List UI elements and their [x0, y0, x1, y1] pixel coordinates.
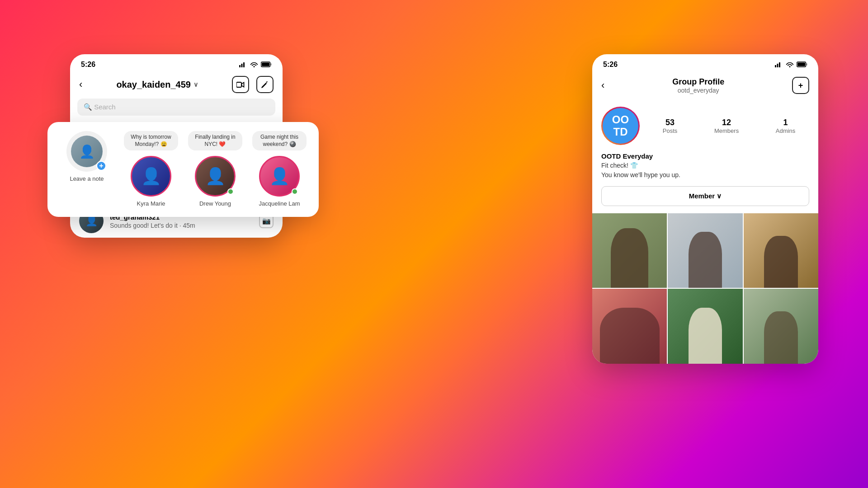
story-note-jaq: Game night this weekend? 🎱 — [252, 131, 307, 150]
back-button-right[interactable]: ‹ — [601, 80, 604, 91]
status-icons-left — [239, 61, 272, 69]
back-button-left[interactable]: ‹ — [79, 79, 82, 90]
svg-rect-9 — [779, 62, 780, 67]
group-nav: ‹ Group Profile ootd_everyday + — [592, 72, 818, 99]
stat-admins: 1 Admins — [776, 118, 795, 134]
svg-rect-1 — [241, 64, 243, 67]
photo-cell-5[interactable] — [668, 289, 742, 363]
bio-line-2: You know we'll hype you up. — [601, 171, 680, 178]
battery-icon-right — [797, 61, 807, 69]
svg-rect-5 — [271, 63, 272, 66]
story-label-jaq: Jacqueline Lam — [259, 200, 300, 207]
posts-count: 53 — [663, 118, 678, 127]
bio-line-1: Fit check! 👕 — [601, 162, 638, 169]
posts-label: Posts — [663, 127, 678, 134]
photo-cell-2[interactable] — [668, 213, 742, 288]
stat-posts: 53 Posts — [663, 118, 678, 134]
stories-row: 👤 + Leave a note Why is tomorrow Monday!… — [58, 131, 308, 207]
online-dot-jaq — [292, 188, 298, 195]
battery-icon — [261, 61, 272, 69]
group-name: OOTD Everyday — [601, 152, 809, 160]
photo-cell-1[interactable] — [592, 213, 667, 288]
story-item-drew[interactable]: Finally landing in NYC! ❤️ 👤 Drew Young — [187, 131, 244, 207]
svg-rect-2 — [243, 62, 245, 67]
photo-cell-3[interactable] — [744, 213, 818, 288]
photo-cell-4[interactable] — [592, 289, 667, 363]
story-note-kyra: Why is tomorrow Monday!? 😩 — [124, 131, 178, 150]
add-note-plus-icon: + — [96, 161, 106, 171]
search-placeholder: Search — [94, 103, 116, 111]
story-avatar-wrapper-jaq: 👤 — [259, 156, 300, 197]
group-profile-subtitle: ootd_everyday — [672, 87, 724, 94]
signal-icon — [239, 61, 247, 69]
group-avatar: OO TD — [601, 107, 640, 145]
nav-title-left: okay_kaiden_459 ∨ — [116, 80, 198, 90]
group-avatar-inner: OO TD — [603, 108, 638, 144]
message-preview-3: Sounds good! Let's do it · 45m — [110, 222, 253, 229]
story-item-jaq[interactable]: Game night this weekend? 🎱 👤 Jacqueline … — [251, 131, 308, 207]
video-call-button[interactable] — [232, 76, 249, 93]
time-right: 5:26 — [603, 61, 618, 69]
story-avatar-kyra: 👤 — [131, 156, 171, 197]
member-button[interactable]: Member ∨ — [601, 186, 809, 206]
members-label: Members — [714, 127, 739, 134]
search-bar[interactable]: 🔍 Search — [77, 99, 275, 116]
story-label-kyra: Kyra Marie — [137, 200, 165, 207]
photo-cell-6[interactable] — [744, 289, 818, 363]
svg-rect-0 — [239, 65, 241, 67]
svg-rect-11 — [797, 62, 805, 66]
story-item-kyra[interactable]: Why is tomorrow Monday!? 😩 👤 Kyra Marie — [123, 131, 179, 207]
svg-rect-12 — [807, 63, 807, 66]
group-profile-title: Group Profile — [672, 77, 724, 87]
group-profile-section: OO TD 53 Posts 12 Members 1 Admins — [592, 99, 818, 152]
members-count: 12 — [714, 118, 739, 127]
story-item-me[interactable]: 👤 + Leave a note — [58, 131, 115, 182]
stories-popup: 👤 + Leave a note Why is tomorrow Monday!… — [47, 122, 319, 217]
photo-grid — [592, 213, 818, 364]
svg-rect-4 — [262, 62, 269, 66]
wifi-icon — [250, 61, 258, 69]
admins-count: 1 — [776, 118, 795, 127]
story-avatar-wrapper-kyra: 👤 — [131, 156, 171, 197]
group-stats: 53 Posts 12 Members 1 Admins — [649, 118, 809, 134]
status-icons-right — [775, 61, 807, 69]
wifi-icon-right — [786, 61, 794, 69]
story-note-drew: Finally landing in NYC! ❤️ — [188, 131, 242, 150]
status-bar-right: 5:26 — [592, 54, 818, 72]
group-avatar-text: OO TD — [612, 114, 629, 138]
stat-members: 12 Members — [714, 118, 739, 134]
chevron-down-icon[interactable]: ∨ — [193, 81, 198, 88]
svg-rect-6 — [236, 82, 241, 87]
nav-icons-left — [232, 76, 274, 93]
plus-icon: + — [798, 81, 803, 90]
add-to-group-button[interactable]: + — [792, 77, 809, 94]
add-note-avatar: 👤 + — [66, 131, 107, 172]
nav-bar-left: ‹ okay_kaiden_459 ∨ — [70, 72, 283, 99]
right-phone: 5:26 ‹ Group Profile ootd_everyday + OO — [592, 54, 818, 364]
admins-label: Admins — [776, 127, 795, 134]
member-button-label: Member ∨ — [689, 192, 722, 200]
group-bio-text: Fit check! 👕 You know we'll hype you up. — [601, 161, 809, 180]
story-avatar-wrapper-drew: 👤 — [195, 156, 236, 197]
svg-rect-8 — [777, 64, 778, 67]
username-title: okay_kaiden_459 — [116, 80, 191, 90]
edit-button[interactable] — [256, 76, 274, 93]
online-dot-drew — [227, 188, 234, 195]
status-bar-left: 5:26 — [70, 54, 283, 72]
group-nav-center: Group Profile ootd_everyday — [672, 77, 724, 94]
time-left: 5:26 — [81, 61, 95, 69]
svg-rect-7 — [775, 65, 776, 67]
group-bio: OOTD Everyday Fit check! 👕 You know we'l… — [592, 152, 818, 186]
story-label-me: Leave a note — [70, 175, 104, 182]
story-label-drew: Drew Young — [199, 200, 231, 207]
signal-icon-right — [775, 61, 783, 69]
